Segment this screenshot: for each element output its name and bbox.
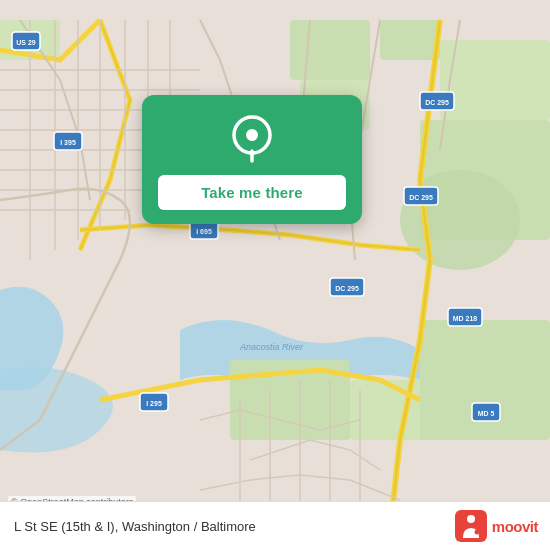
popup-card: Take me there (142, 95, 362, 224)
moovit-icon (455, 510, 487, 542)
map-container: US 29 I 395 I 695 DC 295 DC 295 DC 295 I… (0, 0, 550, 550)
svg-text:I 695: I 695 (196, 228, 212, 235)
moovit-logo: moovit (455, 510, 538, 542)
svg-text:MD 218: MD 218 (453, 315, 478, 322)
moovit-text: moovit (492, 518, 538, 535)
svg-text:I 295: I 295 (146, 400, 162, 407)
svg-point-51 (246, 129, 258, 141)
svg-point-54 (474, 530, 479, 535)
svg-text:DC 295: DC 295 (335, 285, 359, 292)
location-label: L St SE (15th & I), Washington / Baltimo… (14, 519, 256, 534)
take-me-there-button[interactable]: Take me there (158, 175, 346, 210)
svg-text:DC 295: DC 295 (409, 194, 433, 201)
svg-point-53 (467, 515, 475, 523)
svg-text:Anacostia River: Anacostia River (239, 342, 304, 352)
svg-text:MD 5: MD 5 (478, 410, 495, 417)
svg-rect-3 (440, 40, 550, 120)
bottom-bar: L St SE (15th & I), Washington / Baltimo… (0, 501, 550, 550)
svg-rect-2 (380, 20, 440, 60)
svg-rect-8 (350, 380, 430, 440)
map-background: US 29 I 395 I 695 DC 295 DC 295 DC 295 I… (0, 0, 550, 550)
svg-rect-1 (290, 20, 370, 80)
svg-text:US 29: US 29 (16, 39, 36, 46)
svg-text:I 395: I 395 (60, 139, 76, 146)
map-pin-icon (226, 113, 278, 165)
svg-text:DC 295: DC 295 (425, 99, 449, 106)
svg-rect-10 (420, 320, 550, 440)
